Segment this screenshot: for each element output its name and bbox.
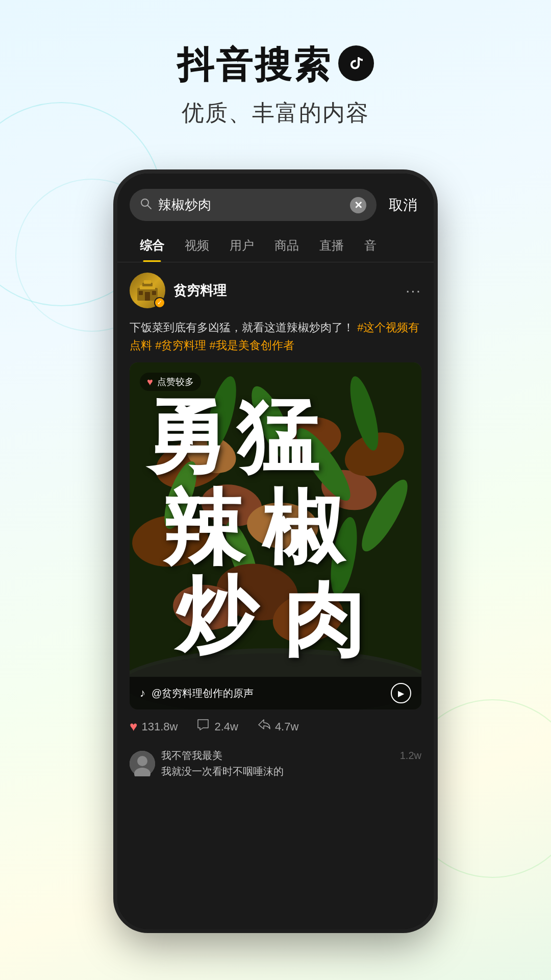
hashtag-3[interactable]: #我是美食创作者	[210, 339, 294, 352]
more-options-icon[interactable]: ···	[406, 282, 421, 299]
heart-icon: ♥	[130, 719, 137, 734]
username[interactable]: 贫穷料理	[173, 282, 227, 300]
comments-count: 2.4w	[214, 720, 238, 733]
svg-rect-7	[139, 291, 143, 295]
clear-icon[interactable]: ✕	[350, 197, 366, 213]
tab-video[interactable]: 视频	[174, 229, 219, 262]
video-title-overlay: 勇 猛 辣 椒 炒 肉	[130, 362, 421, 709]
comment-likes-count: 1.2w	[400, 750, 421, 762]
user-info: ✓ 贫穷料理	[130, 273, 227, 308]
avatar-wrapper[interactable]: ✓	[130, 273, 165, 308]
svg-point-39	[137, 756, 147, 766]
phone-mockup: 辣椒炒肉 ✕ 取消 综合 视频 用户 商品 直播	[117, 174, 434, 929]
title-text: 抖音搜索	[177, 41, 332, 90]
svg-rect-8	[152, 291, 156, 295]
search-query: 辣椒炒肉	[158, 196, 344, 214]
play-button[interactable]: ▶	[391, 683, 411, 703]
svg-text:猛: 猛	[236, 391, 319, 482]
tab-comprehensive[interactable]: 综合	[130, 229, 174, 262]
commenter-avatar	[130, 751, 155, 776]
svg-line-1	[148, 205, 152, 209]
cancel-button[interactable]: 取消	[385, 195, 421, 215]
header-section: 抖音搜索 优质、丰富的内容	[0, 0, 551, 149]
tab-music[interactable]: 音	[354, 229, 387, 262]
tab-live[interactable]: 直播	[309, 229, 354, 262]
comment-content: 我就没一次看时不咽唾沫的	[161, 765, 421, 778]
svg-text:辣: 辣	[162, 483, 247, 574]
engagement-bar: ♥ 131.8w 2.4w	[117, 709, 434, 744]
post-header: ✓ 贫穷料理 ···	[117, 262, 434, 318]
svg-rect-5	[144, 280, 151, 284]
desc-text: 下饭菜到底有多凶猛，就看这道辣椒炒肉了！	[130, 321, 354, 334]
sound-text[interactable]: @贫穷料理创作的原声	[152, 687, 385, 700]
app-subtitle: 优质、丰富的内容	[0, 98, 551, 128]
search-icon	[140, 198, 152, 213]
tab-goods[interactable]: 商品	[264, 229, 309, 262]
search-input-wrapper[interactable]: 辣椒炒肉 ✕	[130, 189, 377, 221]
comment-icon	[196, 718, 210, 736]
shares-count-item[interactable]: 4.7w	[257, 718, 298, 736]
comment-row: 我不管我最美 1.2w 我就没一次看时不咽唾沫的	[117, 744, 434, 783]
comments-count-item[interactable]: 2.4w	[196, 718, 238, 736]
tab-user[interactable]: 用户	[219, 229, 264, 262]
shares-count: 4.7w	[275, 720, 298, 733]
tiktok-logo-icon	[338, 45, 374, 81]
likes-count: 131.8w	[141, 720, 178, 733]
phone-inner: 辣椒炒肉 ✕ 取消 综合 视频 用户 商品 直播	[117, 174, 434, 929]
tiktok-note-icon: ♪	[140, 687, 145, 700]
svg-rect-6	[145, 292, 150, 301]
commenter-name[interactable]: 我不管我最美	[161, 749, 222, 763]
play-icon: ▶	[398, 689, 404, 698]
share-icon	[257, 718, 271, 736]
content-area: ✓ 贫穷料理 ··· 下饭菜到底有多凶猛，就看这道辣椒炒肉了！ #这个视频有点料…	[117, 262, 434, 929]
svg-text:炒: 炒	[173, 570, 261, 661]
app-title: 抖音搜索	[0, 41, 551, 90]
tabs-container: 综合 视频 用户 商品 直播 音	[117, 229, 434, 262]
likes-count-item[interactable]: ♥ 131.8w	[130, 719, 178, 734]
sound-bar: ♪ @贫穷料理创作的原声 ▶	[130, 677, 421, 709]
post-description: 下饭菜到底有多凶猛，就看这道辣椒炒肉了！ #这个视频有点料 #贫穷料理 #我是美…	[117, 318, 434, 362]
search-bar-container: 辣椒炒肉 ✕ 取消	[117, 174, 434, 229]
verified-badge: ✓	[154, 297, 165, 308]
hashtag-2[interactable]: #贫穷料理	[155, 339, 206, 352]
svg-text:勇: 勇	[145, 391, 227, 482]
video-container[interactable]: ♥ 点赞较多 勇 猛 辣 椒	[130, 362, 421, 709]
svg-text:肉: 肉	[283, 575, 364, 666]
clear-x: ✕	[354, 199, 363, 211]
svg-text:椒: 椒	[261, 483, 347, 574]
